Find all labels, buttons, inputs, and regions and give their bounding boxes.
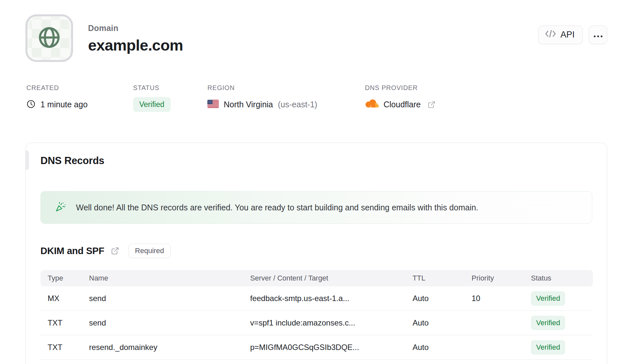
domain-identity: Domain example.com	[25, 14, 183, 62]
globe-icon	[36, 24, 63, 52]
meta-status: STATUS Verified	[133, 84, 171, 112]
column-header-content: Server / Content / Target	[250, 274, 328, 282]
column-header-priority: Priority	[472, 274, 494, 282]
record-ttl: Auto	[413, 318, 429, 327]
region-code: (us-east-1)	[278, 100, 317, 109]
external-link-icon[interactable]	[428, 100, 436, 109]
page-header: Domain example.com API	[25, 14, 607, 62]
column-header-status: Status	[531, 274, 551, 282]
created-label: CREATED	[26, 84, 88, 92]
record-status-badge: Verified	[531, 291, 565, 306]
dns-provider-label: DNS PROVIDER	[365, 84, 436, 92]
cloudflare-icon	[365, 99, 379, 110]
record-priority: 10	[472, 294, 480, 303]
table-header-row: Type Name Server / Content / Target TTL …	[40, 270, 593, 286]
more-options-button[interactable]	[589, 25, 607, 44]
record-name: send	[89, 318, 106, 327]
record-content: p=MIGfMA0GCSqGSIb3DQE...	[250, 343, 359, 352]
dkim-spf-title: DKIM and SPF	[40, 246, 104, 256]
column-header-type: Type	[48, 274, 63, 282]
required-badge: Required	[128, 244, 171, 258]
success-banner-text: Well done! All the DNS records are verif…	[76, 203, 478, 212]
column-header-name: Name	[89, 274, 108, 282]
header-actions: API	[538, 25, 607, 44]
table-row: MX send feedback-smtp.us-east-1.a... Aut…	[40, 286, 593, 311]
record-type: MX	[48, 294, 59, 303]
record-name: resend._domainkey	[89, 343, 157, 352]
record-type: TXT	[48, 318, 62, 327]
title-block: Domain example.com	[88, 22, 183, 54]
meta-region: REGION	[207, 84, 317, 112]
party-popper-icon	[54, 201, 67, 214]
dns-records-table: Type Name Server / Content / Target TTL …	[40, 270, 593, 360]
page-title: example.com	[88, 36, 183, 54]
api-button-label: API	[560, 30, 575, 40]
domain-avatar	[25, 14, 73, 62]
dns-records-card: DNS Records Well done! All the DNS recor…	[25, 143, 607, 364]
table-row: TXT resend._domainkey p=MIGfMA0GCSqGSIb3…	[40, 335, 593, 360]
record-ttl: Auto	[413, 294, 429, 303]
record-content: v=spf1 include:amazonses.c...	[250, 318, 355, 327]
table-row: TXT send v=spf1 include:amazonses.c... A…	[40, 311, 593, 335]
ellipsis-icon	[594, 30, 603, 40]
record-ttl: Auto	[413, 343, 429, 352]
domain-eyebrow: Domain	[88, 23, 183, 33]
card-title: DNS Records	[40, 143, 592, 168]
record-status-badge: Verified	[531, 316, 565, 330]
code-icon	[545, 30, 556, 40]
region-label: REGION	[207, 84, 317, 92]
record-status-badge: Verified	[531, 340, 565, 355]
domain-detail-page: Domain example.com API	[0, 0, 634, 364]
record-content: feedback-smtp.us-east-1.a...	[250, 294, 349, 303]
record-name: send	[89, 294, 106, 303]
external-link-icon[interactable]	[111, 247, 119, 255]
status-badge: Verified	[133, 97, 171, 112]
dkim-spf-section-header: DKIM and SPF Required	[40, 243, 592, 258]
created-value: 1 minute ago	[40, 100, 88, 109]
column-header-ttl: TTL	[413, 274, 425, 282]
success-banner: Well done! All the DNS records are verif…	[40, 191, 592, 224]
dns-provider-value: Cloudflare	[384, 100, 421, 109]
domain-meta-row: CREATED 1 minute ago STATUS Verified REG…	[0, 84, 634, 120]
api-button[interactable]: API	[538, 25, 583, 44]
clock-icon	[26, 99, 36, 110]
meta-created: CREATED 1 minute ago	[26, 84, 88, 112]
region-value: North Virginia	[224, 100, 273, 109]
us-flag-icon	[207, 100, 219, 109]
status-label: STATUS	[133, 84, 171, 92]
section-indicator-tab	[25, 150, 29, 170]
meta-dns-provider: DNS PROVIDER Cloudflare	[365, 84, 436, 112]
record-type: TXT	[48, 343, 62, 352]
